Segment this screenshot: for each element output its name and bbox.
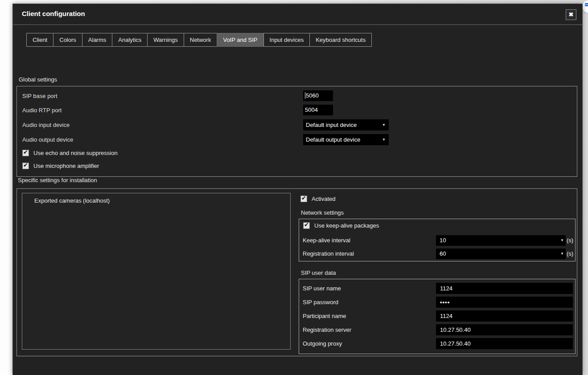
echo-suppression-label: Use echo and noise suppression — [33, 150, 118, 156]
dialog-titlebar: Client configuration ✖ — [13, 4, 582, 25]
audio-output-device-select[interactable]: Default output device▼ — [303, 134, 389, 145]
chevron-down-icon: ▼ — [382, 134, 386, 145]
dialog-title: Client configuration — [22, 10, 85, 17]
chevron-down-icon: ▼ — [382, 119, 386, 130]
text-caret — [305, 92, 305, 99]
specific-settings-group: Exported cameras (localhost) ✔ Activated… — [16, 188, 577, 356]
desktop-background: Client configuration ✖ Client Colors Ala… — [0, 0, 588, 375]
keep-alive-interval-row: Keep-alive interval 10▼ (s) — [299, 235, 575, 246]
outgoing-proxy-row: Outgoing proxy 10.27.50.40 — [299, 338, 575, 349]
client-configuration-dialog: Client configuration ✖ Client Colors Ala… — [12, 4, 583, 375]
audio-rtp-port-row: Audio RTP port 5004 — [17, 105, 577, 116]
audio-output-device-row: Audio output device Default output devic… — [17, 134, 577, 145]
sip-user-name-row: SIP user name 1124 — [299, 283, 575, 294]
sip-password-value: •••• — [440, 299, 450, 306]
tab-colors[interactable]: Colors — [53, 33, 82, 47]
registration-interval-label: Registration interval — [303, 249, 354, 259]
tab-network[interactable]: Network — [184, 33, 218, 47]
participant-name-label: Participant name — [303, 310, 346, 322]
sip-base-port-input[interactable]: 5060 — [303, 90, 333, 101]
network-settings-group: ✔ Use keep-alive packages Keep-alive int… — [299, 219, 576, 261]
registration-interval-value: 60 — [440, 250, 446, 257]
registration-interval-select[interactable]: 60▼ — [436, 249, 566, 259]
registration-server-row: Registration server 10.27.50.40 — [299, 324, 575, 335]
registration-server-label: Registration server — [303, 324, 351, 335]
tab-keyboard-shortcuts[interactable]: Keyboard shortcuts — [309, 33, 372, 47]
outgoing-proxy-label: Outgoing proxy — [303, 338, 342, 349]
global-settings-title: Global settings — [19, 76, 57, 83]
chevron-down-icon: ▼ — [560, 235, 564, 246]
chevron-down-icon: ▼ — [560, 249, 564, 259]
audio-rtp-port-label: Audio RTP port — [22, 105, 62, 116]
registration-server-input[interactable]: 10.27.50.40 — [436, 324, 573, 335]
audio-input-device-select[interactable]: Default input device▼ — [303, 119, 389, 130]
checkbox-checked-icon: ✔ — [22, 163, 29, 169]
tab-alarms[interactable]: Alarms — [82, 33, 112, 47]
microphone-amplifier-label: Use microphone amplifier — [33, 163, 99, 169]
specific-settings-title: Specific settings for installation — [18, 177, 97, 183]
echo-suppression-checkbox[interactable]: ✔ Use echo and noise suppression — [22, 150, 118, 156]
participant-name-row: Participant name 1124 — [299, 310, 575, 322]
microphone-amplifier-checkbox[interactable]: ✔ Use microphone amplifier — [22, 163, 99, 169]
widget-icon — [585, 3, 588, 6]
floating-widget-badge[interactable] — [582, 0, 588, 13]
keep-alive-interval-select[interactable]: 10▼ — [436, 235, 566, 246]
tab-client[interactable]: Client — [26, 33, 53, 47]
sip-user-name-value: 1124 — [440, 285, 452, 292]
keep-alive-label: Use keep-alive packages — [314, 222, 379, 229]
registration-server-value: 10.27.50.40 — [440, 326, 471, 333]
global-settings-group: SIP base port 5060 Audio RTP port 5004 A… — [16, 86, 577, 177]
activated-label: Activated — [312, 196, 335, 202]
checkbox-checked-icon: ✔ — [22, 150, 29, 156]
participant-name-value: 1124 — [440, 313, 452, 319]
audio-input-device-label: Audio input device — [22, 119, 70, 130]
network-settings-title: Network settings — [301, 209, 344, 216]
sip-password-input[interactable]: •••• — [436, 297, 573, 308]
keep-alive-checkbox[interactable]: ✔ Use keep-alive packages — [303, 222, 379, 229]
audio-rtp-port-value: 5004 — [305, 106, 318, 113]
sip-base-port-value: 5060 — [306, 92, 319, 99]
tree-item-exported-cameras[interactable]: Exported cameras (localhost) — [34, 197, 110, 204]
sip-password-label: SIP password — [303, 297, 338, 308]
tab-strip: Client Colors Alarms Analytics Warnings … — [26, 33, 372, 47]
participant-name-input[interactable]: 1124 — [436, 310, 573, 322]
tab-voip-and-sip[interactable]: VoIP and SIP — [217, 33, 263, 47]
outgoing-proxy-value: 10.27.50.40 — [440, 340, 471, 347]
audio-rtp-port-input[interactable]: 5004 — [303, 105, 333, 115]
registration-interval-row: Registration interval 60▼ (s) — [299, 249, 575, 259]
exported-cameras-tree[interactable]: Exported cameras (localhost) — [22, 193, 291, 350]
audio-input-device-value: Default input device — [306, 122, 357, 128]
sip-user-name-input[interactable]: 1124 — [436, 283, 573, 294]
checkbox-checked-icon: ✔ — [300, 196, 307, 202]
tab-warnings[interactable]: Warnings — [147, 33, 184, 47]
tab-analytics[interactable]: Analytics — [112, 33, 148, 47]
keep-alive-interval-label: Keep-alive interval — [303, 235, 350, 246]
close-button[interactable]: ✖ — [566, 9, 576, 20]
audio-output-device-label: Audio output device — [22, 134, 73, 145]
sip-base-port-label: SIP base port — [22, 90, 58, 102]
sip-user-data-group: SIP user name 1124 SIP password •••• Par… — [299, 279, 576, 354]
audio-output-device-value: Default output device — [306, 136, 360, 143]
audio-input-device-row: Audio input device Default input device▼ — [17, 119, 577, 130]
keep-alive-interval-value: 10 — [440, 237, 446, 244]
sip-user-name-label: SIP user name — [303, 283, 341, 294]
outgoing-proxy-input[interactable]: 10.27.50.40 — [436, 338, 573, 349]
sip-user-data-title: SIP user data — [301, 269, 336, 276]
checkbox-checked-icon: ✔ — [303, 222, 310, 229]
keep-alive-interval-unit: (s) — [567, 235, 573, 246]
activated-checkbox[interactable]: ✔ Activated — [300, 196, 335, 202]
registration-interval-unit: (s) — [567, 249, 573, 259]
sip-base-port-row: SIP base port 5060 — [17, 90, 577, 102]
sip-password-row: SIP password •••• — [299, 297, 575, 308]
tab-input-devices[interactable]: Input devices — [263, 33, 310, 47]
